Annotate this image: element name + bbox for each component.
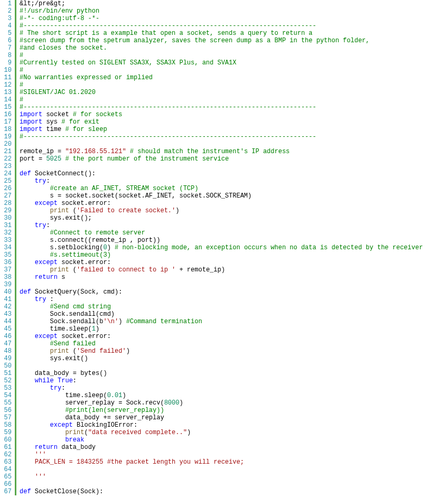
- code-line[interactable]: [20, 362, 423, 370]
- code-token: data_body += server_replay: [20, 414, 164, 421]
- code-token: [20, 222, 35, 229]
- code-line[interactable]: #-*- coding:utf-8 -*-: [20, 15, 423, 22]
- code-line[interactable]: except socket.error:: [20, 333, 423, 340]
- code-line[interactable]: break: [20, 436, 423, 444]
- code-line[interactable]: #and closes the socket.: [20, 44, 423, 52]
- code-line[interactable]: port = 5025 # the port number of the ins…: [20, 155, 423, 163]
- code-line[interactable]: [20, 163, 423, 170]
- code-line[interactable]: print ('failed to connect to ip ' + remo…: [20, 266, 423, 274]
- code-line[interactable]: ''': [20, 451, 423, 458]
- code-token: # for exit: [61, 118, 99, 126]
- code-token: #: [20, 81, 23, 89]
- code-line[interactable]: [20, 281, 423, 288]
- code-line[interactable]: [20, 466, 423, 473]
- code-token: 0.01: [107, 392, 123, 399]
- code-line[interactable]: #screen dump from the spetrum analyzer, …: [20, 37, 423, 44]
- code-line[interactable]: PACK_LEN = 1843255 #the packet length yo…: [20, 458, 423, 466]
- code-token: (: [69, 207, 77, 214]
- line-number: 56: [1, 407, 12, 414]
- code-token: sys.exit();: [20, 214, 92, 222]
- code-line[interactable]: return s: [20, 274, 423, 281]
- code-token: Sock.sendall(b: [20, 318, 103, 325]
- code-line[interactable]: data_body = bytes(): [20, 370, 423, 377]
- code-line[interactable]: import sys # for exit: [20, 118, 423, 126]
- code-token: try: [35, 177, 46, 185]
- code-token: #Send failed: [50, 340, 96, 347]
- line-number: 40: [1, 288, 12, 296]
- code-line[interactable]: s.setblocking(0) # non-blocking mode, an…: [20, 244, 423, 251]
- code-line[interactable]: s.connect((remote_ip , port)): [20, 237, 423, 244]
- code-token: s.connect((remote_ip , port)): [20, 237, 160, 244]
- code-line[interactable]: #---------------------------------------…: [20, 104, 423, 111]
- code-line[interactable]: sys.exit(): [20, 355, 423, 362]
- line-number: 18: [1, 126, 12, 133]
- line-number: 12: [1, 81, 12, 89]
- code-area[interactable]: &lt;/pre&gt;#!/usr/bin/env python#-*- co…: [15, 0, 423, 495]
- code-token: 'failed to connect to ip ': [77, 266, 175, 274]
- code-line[interactable]: [20, 140, 423, 148]
- code-line[interactable]: #Currently tested on SIGLENT SSA3X, SSA3…: [20, 59, 423, 67]
- code-token: break: [65, 436, 84, 444]
- code-line[interactable]: # The short script is a example that ope…: [20, 30, 423, 37]
- code-line[interactable]: #: [20, 52, 423, 59]
- code-line[interactable]: sys.exit();: [20, 214, 423, 222]
- code-line[interactable]: Sock.sendall(cmd): [20, 311, 423, 318]
- code-line[interactable]: #Send failed: [20, 340, 423, 347]
- code-token: data_body = bytes(): [20, 370, 107, 377]
- code-line[interactable]: #SIGLENT/JAC 01.2020: [20, 89, 423, 96]
- code-line[interactable]: #: [20, 96, 423, 104]
- code-line[interactable]: print("data received complete.."): [20, 429, 423, 436]
- line-number: 63: [1, 458, 12, 466]
- code-line[interactable]: #---------------------------------------…: [20, 133, 423, 140]
- line-number: 64: [1, 466, 12, 473]
- code-token: [20, 259, 35, 266]
- code-line[interactable]: #!/usr/bin/env python: [20, 7, 423, 15]
- line-number: 8: [1, 52, 12, 59]
- line-number: 26: [1, 185, 12, 192]
- line-number: 54: [1, 392, 12, 399]
- code-line[interactable]: #: [20, 67, 423, 74]
- code-line[interactable]: ''': [20, 473, 423, 481]
- code-line[interactable]: #---------------------------------------…: [20, 22, 423, 30]
- code-line[interactable]: import time # for sleep: [20, 126, 423, 133]
- code-line[interactable]: def SocketClose(Sock):: [20, 488, 423, 495]
- code-token: [20, 333, 35, 340]
- code-line[interactable]: except socket.error:: [20, 200, 423, 207]
- code-token: s: [58, 274, 65, 281]
- code-line[interactable]: time.sleep(1): [20, 325, 423, 333]
- code-line[interactable]: except BlockingIOError:: [20, 421, 423, 429]
- code-token: [126, 148, 130, 155]
- code-line[interactable]: time.sleep(0.01): [20, 392, 423, 399]
- code-token: [20, 407, 65, 414]
- code-line[interactable]: s = socket.socket(socket.AF_INET, socket…: [20, 192, 423, 200]
- code-line[interactable]: #print(len(server_replay)): [20, 407, 423, 414]
- code-line[interactable]: try :: [20, 296, 423, 303]
- code-line[interactable]: [20, 481, 423, 488]
- code-line[interactable]: #s.settimeout(3): [20, 251, 423, 259]
- code-line[interactable]: data_body += server_replay: [20, 414, 423, 421]
- code-line[interactable]: #Send cmd string: [20, 303, 423, 311]
- code-line[interactable]: #No warranties expressed or implied: [20, 74, 423, 81]
- code-line[interactable]: while True:: [20, 377, 423, 384]
- line-number: 21: [1, 148, 12, 155]
- code-line[interactable]: server_replay = Sock.recv(8000): [20, 399, 423, 407]
- code-line[interactable]: #Connect to remote server: [20, 229, 423, 237]
- code-token: time: [42, 126, 65, 133]
- code-line[interactable]: #: [20, 81, 423, 89]
- code-line[interactable]: print ('Send failed'): [20, 347, 423, 355]
- code-line[interactable]: except socket.error:: [20, 259, 423, 266]
- code-token: #SIGLENT/JAC 01.2020: [20, 89, 96, 96]
- code-line[interactable]: Sock.sendall(b'\n') #Command termination: [20, 318, 423, 325]
- code-line[interactable]: try:: [20, 222, 423, 229]
- code-line[interactable]: def SocketQuery(Sock, cmd):: [20, 288, 423, 296]
- code-line[interactable]: print ('Failed to create socket.'): [20, 207, 423, 214]
- code-line[interactable]: remote_ip = "192.168.55.121" # should ma…: [20, 148, 423, 155]
- code-line[interactable]: try:: [20, 384, 423, 392]
- code-token: # non-blocking mode, an exception occurs…: [115, 244, 423, 251]
- code-line[interactable]: try:: [20, 177, 423, 185]
- code-line[interactable]: return data_body: [20, 444, 423, 451]
- code-line[interactable]: import socket # for sockets: [20, 111, 423, 118]
- code-line[interactable]: &lt;/pre&gt;: [20, 0, 423, 7]
- code-line[interactable]: def SocketConnect():: [20, 170, 423, 177]
- code-line[interactable]: #create an AF_INET, STREAM socket (TCP): [20, 185, 423, 192]
